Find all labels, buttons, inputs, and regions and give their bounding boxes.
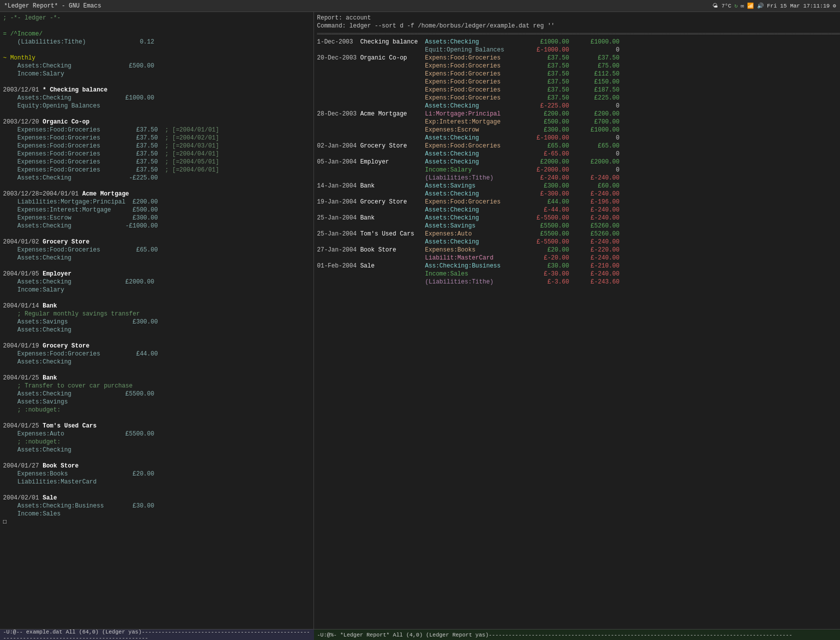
left-line: Assets:Checking £5500.00 xyxy=(3,390,310,398)
report-row: Assets:Checking £-44.00 £-240.00 xyxy=(317,206,837,214)
left-line: Assets:Checking £2000.00 xyxy=(3,278,310,286)
left-line: Expenses:Food:Groceries £37.50 ; [=2004/… xyxy=(3,126,310,134)
left-line xyxy=(3,230,310,238)
left-line: ~ Monthly xyxy=(3,54,310,62)
left-line xyxy=(3,334,310,342)
left-line: 2004/01/14 Bank xyxy=(3,302,310,310)
report-row: 01-Feb-2004 Sale Ass:Checking:Business £… xyxy=(317,262,837,270)
left-line: (Liabilities:Tithe) 0.12 xyxy=(3,38,310,46)
left-line: 2003/12/01 * Checking balance xyxy=(3,86,310,94)
report-row: 05-Jan-2004 Employer Assets:Checking £20… xyxy=(317,158,837,166)
report-header-1: Report: account xyxy=(317,14,837,22)
report-row: Liabilit:MasterCard £-20.00 £-240.00 xyxy=(317,254,837,262)
left-line: Liabilities:Mortgage:Principal £200.00 xyxy=(3,198,310,206)
report-row: Expens:Food:Groceries £37.50 £75.00 xyxy=(317,62,837,70)
left-line: Expenses:Food:Groceries £37.50 ; [=2004/… xyxy=(3,134,310,142)
left-line: Expenses:Food:Groceries £37.50 ; [=2004/… xyxy=(3,142,310,150)
left-line: ; :nobudget: xyxy=(3,438,310,446)
left-line: Expenses:Food:Groceries £65.00 xyxy=(3,246,310,254)
left-line: Expenses:Interest:Mortgage £500.00 xyxy=(3,206,310,214)
report-row: Assets:Checking £-225.00 0 xyxy=(317,102,837,110)
left-line: ; -*- ledger -*- xyxy=(3,14,310,22)
report-row: 20-Dec-2003 Organic Co-op Expens:Food:Gr… xyxy=(317,54,837,62)
left-line xyxy=(3,110,310,118)
sound-icon: 🔊 xyxy=(757,2,764,9)
title-bar-right: 🌤 7°C ↻ ✉ 📶 🔊 Fri 15 Mar 17:11:19 ⚙ xyxy=(712,2,836,9)
title-bar: *Ledger Report* - GNU Emacs 🌤 7°C ↻ ✉ 📶 … xyxy=(0,0,840,12)
left-line: Assets:Checking -£225.00 xyxy=(3,174,310,182)
left-line: Equity:Opening Balances xyxy=(3,102,310,110)
report-header-2: Command: ledger --sort d -f /home/borbus… xyxy=(317,22,837,30)
left-line xyxy=(3,294,310,302)
report-row: Assets:Checking £-300.00 £-240.00 xyxy=(317,190,837,198)
report-row: 25-Jan-2004 Bank Assets:Checking £-5500.… xyxy=(317,214,837,222)
title-bar-left: *Ledger Report* - GNU Emacs xyxy=(4,2,101,10)
main-area: ; -*- ledger -*- = /^Income/ (Liabilitie… xyxy=(0,12,840,629)
left-line: ; Regular monthly savings transfer xyxy=(3,310,310,318)
left-line: Expenses:Escrow £300.00 xyxy=(3,214,310,222)
left-line: Assets:Checking £1000.00 xyxy=(3,94,310,102)
left-line: Assets:Savings xyxy=(3,398,310,406)
report-row: (Liabilities:Tithe) £-240.00 £-240.00 xyxy=(317,174,837,182)
email-icon: ✉ xyxy=(740,2,744,9)
left-line: Assets:Checking £500.00 xyxy=(3,62,310,70)
report-row: 1-Dec-2003 Checking balance Assets:Check… xyxy=(317,38,837,46)
left-line xyxy=(3,414,310,422)
report-separator: ════════════════════════════════════════… xyxy=(317,30,837,38)
left-line: 2004/01/27 Book Store xyxy=(3,462,310,470)
left-line xyxy=(3,454,310,462)
report-row: Assets:Checking £-1000.00 0 xyxy=(317,134,837,142)
report-row: 19-Jan-2004 Grocery Store Expens:Food:Gr… xyxy=(317,198,837,206)
left-line: Liabilities:MasterCard xyxy=(3,478,310,486)
left-line: Assets:Checking -£1000.00 xyxy=(3,222,310,230)
left-line: Assets:Checking xyxy=(3,254,310,262)
left-pane[interactable]: ; -*- ledger -*- = /^Income/ (Liabilitie… xyxy=(0,12,314,629)
report-row: 14-Jan-2004 Bank Assets:Savings £300.00 … xyxy=(317,182,837,190)
report-row: Exp:Interest:Mortgage £500.00 £700.00 xyxy=(317,118,837,126)
settings-icon: ⚙ xyxy=(832,2,836,9)
left-line: Expenses:Books £20.00 xyxy=(3,470,310,478)
left-line: 2004/01/05 Employer xyxy=(3,270,310,278)
right-pane[interactable]: Report: accountCommand: ledger --sort d … xyxy=(314,12,840,629)
weather-widget: 🌤 7°C xyxy=(712,2,731,9)
report-row: 25-Jan-2004 Tom's Used Cars Expenses:Aut… xyxy=(317,230,837,238)
report-row: Expens:Food:Groceries £37.50 £225.00 xyxy=(317,94,837,102)
status-right: -U:@%- *Ledger Report* All (4,0) (Ledger… xyxy=(314,630,840,640)
report-row: (Liabilities:Tithe) £-3.60 £-243.60 xyxy=(317,278,837,286)
left-line: Assets:Checking:Business £30.00 xyxy=(3,502,310,510)
left-line: ; :nobudget: xyxy=(3,406,310,414)
left-line: Income:Salary xyxy=(3,70,310,78)
left-line xyxy=(3,22,310,30)
left-line: Assets:Checking xyxy=(3,358,310,366)
left-line: 2003/12/28=2004/01/01 Acme Mortgage xyxy=(3,190,310,198)
left-line: Expenses:Food:Groceries £44.00 xyxy=(3,350,310,358)
report-row: 27-Jan-2004 Book Store Expenses:Books £2… xyxy=(317,246,837,254)
report-row: 02-Jan-2004 Grocery Store Expens:Food:Gr… xyxy=(317,142,837,150)
left-line: 2003/12/20 Organic Co-op xyxy=(3,118,310,126)
app-title: *Ledger Report* - GNU Emacs xyxy=(4,2,101,10)
report-row: Expens:Food:Groceries £37.50 £187.50 xyxy=(317,86,837,94)
report-row: Equit:Opening Balances £-1000.00 0 xyxy=(317,46,837,54)
report-row: Expenses:Escrow £300.00 £1000.00 xyxy=(317,126,837,134)
left-line: 2004/01/02 Grocery Store xyxy=(3,238,310,246)
reload-icon: ↻ xyxy=(734,2,738,9)
left-line: 2004/02/01 Sale xyxy=(3,494,310,502)
left-line: 2004/01/25 Bank xyxy=(3,374,310,382)
left-content: ; -*- ledger -*- = /^Income/ (Liabilitie… xyxy=(3,14,310,526)
left-line: Expenses:Food:Groceries £37.50 ; [=2004/… xyxy=(3,158,310,166)
report-row: Expens:Food:Groceries £37.50 £150.00 xyxy=(317,78,837,86)
right-content: Report: accountCommand: ledger --sort d … xyxy=(317,14,837,286)
left-line: Assets:Checking xyxy=(3,326,310,334)
left-line xyxy=(3,182,310,190)
left-line: □ xyxy=(3,518,310,526)
report-row: Assets:Checking £-5500.00 £-240.00 xyxy=(317,238,837,246)
report-row: Income:Sales £-30.00 £-240.00 xyxy=(317,270,837,278)
left-line: Expenses:Auto £5500.00 xyxy=(3,430,310,438)
datetime-display: Fri 15 Mar 17:11:19 xyxy=(767,3,830,9)
left-line xyxy=(3,486,310,494)
left-line: Expenses:Food:Groceries £37.50 ; [=2004/… xyxy=(3,166,310,174)
left-line xyxy=(3,46,310,54)
left-line: ; Transfer to cover car purchase xyxy=(3,382,310,390)
left-line: Assets:Checking xyxy=(3,446,310,454)
status-left-text: -U:@-- example.dat All (64,0) (Ledger ya… xyxy=(3,629,311,640)
